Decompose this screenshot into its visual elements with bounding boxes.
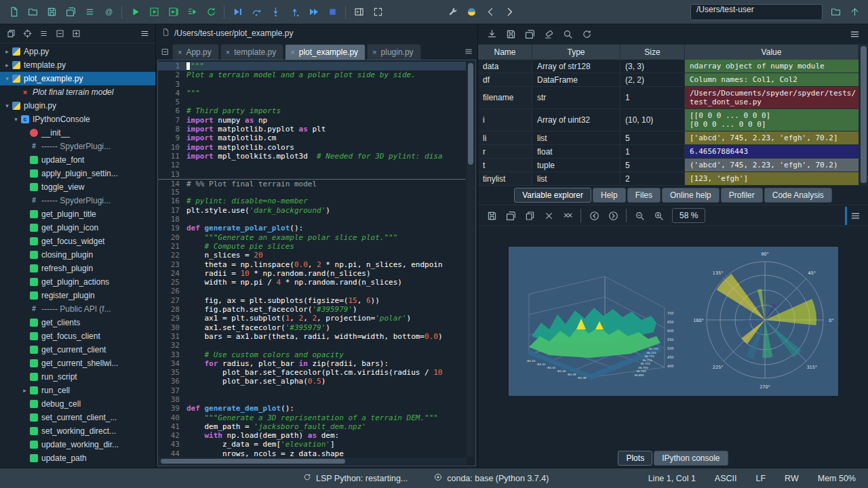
outline-item-register-plugin[interactable]: register_plugin bbox=[0, 289, 155, 302]
code-line-1[interactable]: 1""" bbox=[158, 62, 466, 70]
code-line-25[interactable]: 25 width = np.pi / 4 * np.random.rand(n_… bbox=[158, 278, 466, 287]
collapse-all-button[interactable] bbox=[52, 26, 68, 41]
outline-item-update-path[interactable]: update_path bbox=[0, 451, 155, 465]
parent-dir-button[interactable] bbox=[845, 3, 864, 21]
status-conda[interactable]: conda: base (Python 3.7.4) bbox=[433, 472, 549, 484]
outline-item-ipythonconsole[interactable]: ▾cIPythonConsole bbox=[0, 113, 155, 126]
code-line-22[interactable]: 22 n_slices = 20 bbox=[158, 251, 466, 260]
code-line-18[interactable]: 18 bbox=[158, 215, 466, 224]
variable-row-li[interactable]: lilist5['abcd', 745, 2.23, 'efgh', 70.2] bbox=[478, 131, 859, 145]
code-line-12[interactable]: 12 bbox=[158, 161, 466, 169]
editor-tab-template-py[interactable]: ×template.py bbox=[220, 44, 283, 60]
editor-tab-app-py[interactable]: ×App.py bbox=[172, 44, 219, 60]
tabs-menu-button[interactable] bbox=[461, 44, 476, 59]
continue-button[interactable] bbox=[304, 3, 323, 21]
variable-type[interactable]: Array of str128 bbox=[532, 60, 620, 73]
code-line-42[interactable]: 42 with np.load(dem_path) as dem: bbox=[158, 431, 466, 440]
close-tab-icon[interactable]: × bbox=[178, 48, 182, 56]
remove-variables-button[interactable] bbox=[539, 25, 558, 43]
editor-horizontal-scrollbar[interactable] bbox=[159, 458, 467, 465]
code-line-16[interactable]: 16# pylint: disable=no-member bbox=[158, 197, 466, 205]
collapse-arrow-icon[interactable]: ▾ bbox=[12, 116, 20, 123]
stop-debug-button[interactable] bbox=[323, 3, 342, 21]
code-line-30[interactable]: 30 ax1.set_facecolor('#395979') bbox=[158, 323, 466, 332]
close-tab-icon[interactable]: × bbox=[372, 48, 376, 56]
variable-size[interactable]: 1 bbox=[620, 87, 685, 108]
copy-plot-button[interactable] bbox=[520, 207, 539, 225]
outline-item-get-plugin-icon[interactable]: get_plugin_icon bbox=[0, 221, 155, 235]
outline-item-run-cell[interactable]: ▸run_cell bbox=[0, 384, 155, 397]
step-over-button[interactable] bbox=[247, 3, 266, 21]
variable-value[interactable]: [123, 'efgh'] bbox=[685, 172, 859, 185]
preferences-button[interactable] bbox=[443, 3, 462, 21]
outline-item-get-plugin-actions[interactable]: get_plugin_actions bbox=[0, 275, 155, 289]
column-header-value[interactable]: Value bbox=[685, 45, 859, 60]
outline-item-update-working-dir[interactable]: update_working_dir... bbox=[0, 438, 155, 451]
collapse-arrow-icon[interactable]: ▾ bbox=[3, 102, 12, 109]
outline-item-get-current-shellwi[interactable]: get_current_shellwi... bbox=[0, 357, 155, 370]
outline-item-get-focus-widget[interactable]: get_focus_widget bbox=[0, 235, 155, 248]
code-line-20[interactable]: 20 """Generate an example polar slice pl… bbox=[158, 233, 466, 242]
outline-item-update-font[interactable]: update_font bbox=[0, 153, 155, 167]
outline-item-init[interactable]: __init__ bbox=[0, 126, 155, 140]
variable-row-tinylist[interactable]: tinylistlist2[123, 'efgh'] bbox=[478, 172, 859, 186]
variable-name[interactable]: df bbox=[478, 73, 532, 86]
code-line-3[interactable]: 3 bbox=[158, 80, 466, 89]
code-line-35[interactable]: 35 plot_bar.set_facecolor(plt.cm.viridis… bbox=[158, 368, 466, 377]
run-cell-button[interactable] bbox=[144, 3, 163, 21]
variable-row-i[interactable]: iArray of uint32(10, 10)[[0 0 0 ... 0 0 … bbox=[478, 109, 859, 131]
editor-tab-plot-example-py[interactable]: ×plot_example.py bbox=[285, 44, 366, 60]
editor-vertical-scrollbar[interactable] bbox=[467, 61, 475, 457]
table-header[interactable]: NameTypeSizeValue bbox=[478, 45, 859, 60]
variable-value[interactable]: ['abcd', 745, 2.23, 'efgh', 70.2] bbox=[685, 131, 859, 144]
outline-item-public-api-f[interactable]: #------ Public API (f... bbox=[0, 302, 155, 316]
expand-arrow-icon[interactable]: ▸ bbox=[20, 387, 29, 394]
variable-name[interactable]: filename bbox=[478, 87, 532, 108]
save-data-button[interactable] bbox=[501, 25, 520, 43]
variable-type[interactable]: str bbox=[532, 87, 620, 108]
outline-item-template-py[interactable]: ▸template.py bbox=[0, 58, 155, 72]
variable-size[interactable]: 2 bbox=[620, 172, 685, 185]
variable-type[interactable]: tuple bbox=[532, 159, 620, 171]
tab-files[interactable]: Files bbox=[627, 188, 660, 203]
run-cell-advance-button[interactable] bbox=[163, 3, 182, 21]
status-lsp-python[interactable]: LSP Python: restarting... bbox=[302, 472, 408, 484]
tab-ipython-console[interactable]: IPython console bbox=[654, 451, 728, 466]
code-line-38[interactable]: 38 bbox=[158, 395, 466, 404]
variable-name[interactable]: i bbox=[478, 109, 532, 131]
code-editor[interactable]: 1"""2Plot a terrain model and a polar pl… bbox=[157, 60, 476, 466]
variable-type[interactable]: list bbox=[532, 131, 620, 144]
zoom-in-button[interactable] bbox=[649, 207, 668, 225]
variable-type[interactable]: float bbox=[532, 145, 620, 158]
code-line-10[interactable]: 10import matplotlib.colors bbox=[158, 143, 466, 152]
forward-button[interactable] bbox=[500, 3, 519, 21]
zoom-out-button[interactable] bbox=[630, 207, 649, 225]
python-path-button[interactable] bbox=[462, 3, 481, 21]
save-all-plots-button[interactable] bbox=[501, 207, 520, 225]
panel-toggle-button[interactable] bbox=[349, 3, 368, 21]
variable-value[interactable]: [[0 0 0 ... 0 0 0] [0 0 0 ... 0 0 0] bbox=[685, 109, 859, 131]
code-line-6[interactable]: 6# Third party imports bbox=[158, 106, 466, 115]
code-line-14[interactable]: 14# %% Plot final terrain model bbox=[158, 179, 466, 188]
browse-tabs-button[interactable] bbox=[157, 44, 172, 59]
search-variables-button[interactable] bbox=[558, 25, 577, 43]
code-line-43[interactable]: 43 z_data = dem['elevation'] bbox=[158, 440, 466, 449]
variable-value[interactable]: ('abcd', 745, 2.23, 'efgh', 70.2) bbox=[685, 159, 859, 171]
step-into-button[interactable] bbox=[266, 3, 285, 21]
previous-plot-button[interactable] bbox=[585, 207, 604, 225]
column-header-name[interactable]: Name bbox=[478, 45, 532, 60]
refresh-variables-button[interactable] bbox=[577, 25, 596, 43]
code-line-29[interactable]: 29 ax1 = plt.subplot(1, 2, 2, projection… bbox=[158, 314, 466, 323]
variable-row-df[interactable]: dfDataFrame(2, 2)Column names: Col1, Col… bbox=[478, 73, 859, 87]
tab-profiler[interactable]: Profiler bbox=[721, 188, 763, 203]
scrollbar-thumb[interactable] bbox=[861, 46, 867, 183]
outline-item-set-working-direct[interactable]: set_working_direct... bbox=[0, 424, 155, 438]
collapse-arrow-icon[interactable]: ▾ bbox=[3, 75, 12, 82]
freeze-outline-button[interactable] bbox=[3, 26, 19, 41]
code-line-2[interactable]: 2Plot a terrain model and a polar plot s… bbox=[158, 70, 466, 79]
new-file-button[interactable] bbox=[4, 3, 23, 21]
maximize-button[interactable] bbox=[368, 3, 387, 21]
outline-item-debug-cell[interactable]: debug_cell bbox=[0, 397, 155, 411]
options-menu-button[interactable] bbox=[845, 25, 864, 43]
tab-variable-explorer[interactable]: Variable explorer bbox=[514, 188, 591, 203]
